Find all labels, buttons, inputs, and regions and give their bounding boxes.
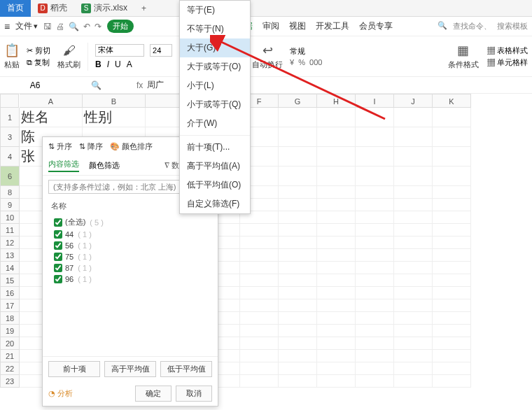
magnify-icon[interactable]: 🔍 bbox=[91, 80, 102, 90]
tab-sheet[interactable]: S演示.xlsx bbox=[74, 0, 134, 17]
select-all-corner[interactable] bbox=[0, 94, 19, 108]
start-tab[interactable]: 开始 bbox=[107, 20, 134, 33]
filter-item[interactable]: 87( 1 ) bbox=[54, 262, 206, 274]
col-header[interactable]: J bbox=[394, 94, 433, 108]
col-header[interactable]: I bbox=[356, 94, 394, 108]
filter-tab-color[interactable]: 颜色筛选 bbox=[89, 160, 120, 171]
row-header[interactable]: 21 bbox=[0, 350, 20, 362]
font-select[interactable] bbox=[95, 44, 144, 57]
wrap-button[interactable]: ↩自动换行 bbox=[252, 43, 283, 70]
sort-asc[interactable]: ⇅ 升序 bbox=[48, 141, 72, 152]
format-painter[interactable]: 🖌格式刷 bbox=[57, 43, 80, 70]
btn-above-avg[interactable]: 高于平均值 bbox=[104, 361, 156, 377]
cell[interactable] bbox=[317, 147, 356, 167]
currency-icon[interactable]: ¥ bbox=[290, 58, 294, 66]
row-header[interactable]: 4 bbox=[0, 147, 20, 167]
cell[interactable] bbox=[433, 147, 471, 167]
btn-top10[interactable]: 前十项 bbox=[48, 361, 100, 377]
cell[interactable] bbox=[279, 127, 317, 147]
row-header[interactable]: 9 bbox=[0, 199, 20, 211]
row-header[interactable]: 10 bbox=[0, 211, 20, 224]
menu-below-avg[interactable]: 低于平均值(O) bbox=[180, 176, 250, 195]
preview-icon[interactable]: 🔍 bbox=[69, 22, 79, 31]
name-box[interactable] bbox=[0, 78, 70, 92]
col-header[interactable]: K bbox=[433, 94, 471, 108]
filter-tab-content[interactable]: 内容筛选 bbox=[48, 159, 79, 172]
cell[interactable]: 姓名 bbox=[20, 108, 83, 127]
cell-format[interactable]: ▦ 单元格样 bbox=[487, 57, 528, 68]
color-sort[interactable]: 🎨 颜色排序 bbox=[110, 141, 153, 152]
comma-icon[interactable]: 000 bbox=[309, 58, 322, 66]
underline-button[interactable]: U bbox=[115, 59, 121, 69]
row-header[interactable]: 13 bbox=[0, 249, 20, 262]
row-header[interactable]: 15 bbox=[0, 274, 20, 287]
filter-item[interactable]: 96( 1 ) bbox=[54, 274, 206, 285]
italic-button[interactable]: I bbox=[107, 59, 109, 69]
print-icon[interactable]: 🖨 bbox=[56, 22, 64, 31]
cell[interactable] bbox=[394, 108, 433, 127]
sort-desc[interactable]: ⇅ 降序 bbox=[79, 141, 103, 152]
row-header[interactable]: 16 bbox=[0, 287, 20, 299]
cell[interactable] bbox=[433, 167, 471, 186]
new-tab-button[interactable]: + bbox=[134, 3, 153, 13]
menu-above-avg[interactable]: 高于平均值(A) bbox=[180, 157, 250, 176]
cond-format[interactable]: ▦条件格式 bbox=[448, 43, 479, 70]
cell[interactable] bbox=[279, 147, 317, 167]
menu-between[interactable]: 介于(W) bbox=[180, 114, 250, 133]
menu-top10[interactable]: 前十项(T)... bbox=[180, 138, 250, 157]
row-header[interactable]: 14 bbox=[0, 262, 20, 274]
col-header[interactable]: A bbox=[20, 94, 83, 108]
btn-below-avg[interactable]: 低于平均值 bbox=[160, 361, 212, 377]
row-header[interactable]: 18 bbox=[0, 312, 20, 325]
cell[interactable] bbox=[433, 108, 471, 127]
filter-item-all[interactable]: (全选)( 5 ) bbox=[54, 215, 206, 229]
cell[interactable] bbox=[356, 167, 394, 186]
row-header[interactable]: 8 bbox=[0, 186, 20, 199]
redo-icon[interactable]: ↷ bbox=[94, 22, 102, 31]
cell[interactable] bbox=[433, 127, 471, 147]
row-header[interactable]: 11 bbox=[0, 224, 20, 236]
cell[interactable] bbox=[279, 167, 317, 186]
menu-lte[interactable]: 小于或等于(Q) bbox=[180, 95, 250, 114]
copy-button[interactable]: ⧉ 复制 bbox=[27, 57, 50, 68]
paste-button[interactable]: 📋粘贴 bbox=[4, 43, 20, 70]
menu-custom[interactable]: 自定义筛选(F) bbox=[180, 195, 250, 213]
row-header[interactable]: 19 bbox=[0, 325, 20, 337]
row-header[interactable]: 22 bbox=[0, 362, 20, 375]
menu-view[interactable]: 视图 bbox=[289, 20, 306, 32]
menu-devtools[interactable]: 开发工具 bbox=[316, 20, 349, 32]
row-header-selected[interactable]: 6 bbox=[0, 167, 20, 186]
menu-less-than[interactable]: 小于(L) bbox=[180, 76, 250, 95]
search-icon[interactable]: 🔍 bbox=[438, 21, 447, 31]
font-size[interactable] bbox=[150, 44, 172, 57]
undo-icon[interactable]: ↶ bbox=[83, 22, 90, 31]
filter-item[interactable]: 44( 1 ) bbox=[54, 229, 206, 240]
row-header[interactable]: 1 bbox=[0, 108, 20, 127]
hamburger-icon[interactable]: ≡ bbox=[4, 21, 10, 32]
menu-greater-than[interactable]: 大于(G) bbox=[180, 38, 250, 57]
menu-equals[interactable]: 等于(E) bbox=[180, 1, 250, 20]
menu-review[interactable]: 审阅 bbox=[262, 20, 279, 32]
col-header[interactable]: H bbox=[317, 94, 356, 108]
cell[interactable]: 性别 bbox=[83, 108, 146, 127]
cell[interactable] bbox=[356, 127, 394, 147]
cancel-button[interactable]: 取消 bbox=[176, 386, 212, 402]
cell[interactable] bbox=[279, 108, 317, 127]
percent-icon[interactable]: % bbox=[298, 58, 305, 66]
table-style[interactable]: ▦ 表格样式 bbox=[487, 45, 528, 56]
save-icon[interactable]: 🖫 bbox=[43, 22, 52, 31]
col-header[interactable]: G bbox=[279, 94, 317, 108]
cell[interactable] bbox=[394, 127, 433, 147]
ok-button[interactable]: 确定 bbox=[135, 386, 172, 402]
cell[interactable] bbox=[394, 147, 433, 167]
cell[interactable] bbox=[317, 167, 356, 186]
file-menu[interactable]: 文件▾ bbox=[15, 20, 38, 32]
search-cmd[interactable]: 查找命令、 bbox=[453, 21, 491, 31]
tab-daoke[interactable]: D稻壳 bbox=[31, 0, 74, 17]
tab-home[interactable]: 首页 bbox=[0, 0, 31, 17]
analyze-button[interactable]: ◔ 分析 bbox=[48, 388, 73, 399]
cell[interactable] bbox=[317, 127, 356, 147]
row-header[interactable]: 3 bbox=[0, 127, 20, 147]
cut-button[interactable]: ✂ 剪切 bbox=[27, 45, 50, 56]
row-header[interactable]: 23 bbox=[0, 375, 20, 388]
